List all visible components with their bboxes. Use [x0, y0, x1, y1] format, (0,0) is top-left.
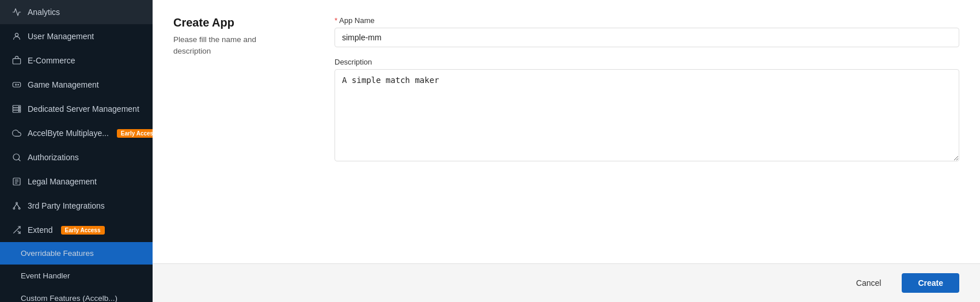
- sidebar-item-user-management[interactable]: User Management: [0, 24, 153, 48]
- server-icon: [12, 104, 22, 114]
- svg-line-22: [17, 204, 20, 208]
- sidebar-item-extend[interactable]: Extend Early Access: [0, 218, 153, 242]
- svg-point-11: [18, 111, 19, 111]
- sidebar-item-authorizations[interactable]: Authorizations: [0, 145, 153, 169]
- sidebar-item-label: Legal Management: [28, 177, 97, 186]
- create-button[interactable]: Create: [902, 273, 959, 293]
- form-left-panel: Create App Please fill the name and desc…: [173, 16, 300, 252]
- required-star: *: [335, 16, 337, 25]
- sidebar-item-label: 3rd Party Integrations: [28, 201, 105, 210]
- sidebar-item-label: Game Management: [28, 80, 99, 89]
- app-name-label: *App Name: [335, 16, 959, 25]
- shop-icon: [12, 55, 22, 66]
- footer-bar: Cancel Create: [153, 263, 980, 302]
- auth-icon: [12, 152, 22, 163]
- svg-line-21: [14, 204, 17, 208]
- sidebar-item-label: Extend: [28, 225, 53, 235]
- sidebar-item-ecommerce[interactable]: E-Commerce: [0, 48, 153, 73]
- svg-point-5: [18, 84, 18, 85]
- sidebar-item-overridable-features[interactable]: Overridable Features: [0, 242, 153, 265]
- description-label: Description: [335, 58, 959, 66]
- form-right-panel: *App Name Description A simple match mak…: [335, 16, 959, 252]
- sidebar-item-label: AccelByte Multiplaye...: [28, 129, 109, 138]
- early-access-badge: Early Access: [117, 129, 153, 138]
- cancel-button[interactable]: Cancel: [842, 273, 895, 293]
- legal-icon: [12, 176, 22, 187]
- sidebar-item-label: E-Commerce: [28, 56, 75, 65]
- integration-icon: [12, 201, 22, 211]
- user-icon: [12, 31, 22, 41]
- app-name-field-group: *App Name: [335, 16, 959, 47]
- sidebar-item-dedicated-server[interactable]: Dedicated Server Management: [0, 97, 153, 121]
- description-field-group: Description A simple match maker: [335, 58, 959, 161]
- sidebar-item-custom-features[interactable]: Custom Features (Accelb...): [0, 287, 153, 302]
- sidebar-item-label: Analytics: [28, 7, 60, 17]
- sidebar-item-game-management[interactable]: Game Management: [0, 73, 153, 97]
- svg-line-13: [18, 159, 20, 161]
- sidebar-item-accelbyte-multiplayer[interactable]: AccelByte Multiplaye... Early Access: [0, 121, 153, 145]
- chart-icon: [12, 7, 22, 17]
- sidebar: Analytics User Management E-Commerce Gam…: [0, 0, 153, 302]
- svg-rect-1: [13, 59, 20, 64]
- description-textarea[interactable]: A simple match maker: [335, 69, 959, 161]
- form-area: Create App Please fill the name and desc…: [153, 0, 980, 263]
- main-content: Create App Please fill the name and desc…: [153, 0, 980, 302]
- sidebar-item-event-handler[interactable]: Event Handler: [0, 265, 153, 287]
- sidebar-item-label: User Management: [28, 32, 94, 41]
- sidebar-item-legal-management[interactable]: Legal Management: [0, 169, 153, 194]
- sidebar-item-label: Custom Features (Accelb...): [21, 294, 117, 302]
- early-access-badge-extend: Early Access: [61, 226, 105, 235]
- sidebar-item-label: Authorizations: [28, 153, 79, 162]
- svg-point-10: [18, 108, 19, 109]
- sidebar-item-analytics[interactable]: Analytics: [0, 0, 153, 24]
- svg-point-9: [18, 106, 19, 107]
- form-subtitle: Please fill the name and description: [173, 34, 277, 58]
- sidebar-item-label: Dedicated Server Management: [28, 104, 139, 114]
- game-icon: [12, 80, 22, 90]
- extend-icon: [12, 225, 22, 235]
- cloud-icon: [12, 128, 22, 138]
- form-title: Create App: [173, 16, 300, 29]
- svg-point-0: [15, 33, 18, 36]
- sidebar-item-label: Overridable Features: [21, 249, 94, 258]
- sidebar-item-3rd-party[interactable]: 3rd Party Integrations: [0, 194, 153, 218]
- sidebar-item-label: Event Handler: [21, 271, 70, 280]
- app-name-input[interactable]: [335, 28, 959, 47]
